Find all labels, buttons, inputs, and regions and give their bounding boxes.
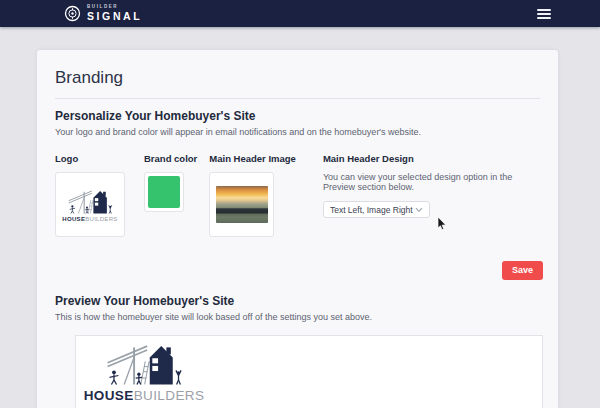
personalize-section: Personalize Your Homebuyer's Site Your l…	[55, 109, 540, 280]
header-design-select[interactable]: Text Left, Image Right	[323, 201, 430, 218]
header-image-box[interactable]	[209, 172, 274, 237]
logo-field-label: Logo	[55, 153, 125, 164]
header-image-field: Main Header Image	[209, 153, 296, 237]
brand-color-field: Brand color	[144, 153, 197, 237]
content-panel: Branding Personalize Your Homebuyer's Si…	[37, 50, 558, 408]
preview-heading: Preview Your Homebuyer's Site	[55, 294, 540, 308]
preview-site-logo: HOUSEBUILDERS	[89, 341, 199, 403]
brand-color-value	[148, 176, 180, 208]
brand-logo[interactable]: BUILDER SIGNAL	[64, 5, 142, 22]
house-builders-logo-icon	[105, 341, 183, 387]
logo-wordmark: HOUSEBUILDERS	[62, 216, 117, 222]
selected-option-label: Text Left, Image Right	[330, 205, 413, 215]
personalize-description: Your logo and brand color will appear in…	[55, 127, 540, 137]
header-image-label: Main Header Image	[209, 153, 296, 164]
preview-section: Preview Your Homebuyer's Site This is ho…	[55, 294, 540, 408]
brand-name: SIGNAL	[87, 11, 142, 22]
header-design-label: Main Header Design	[323, 153, 540, 164]
house-builders-logo-icon	[67, 188, 113, 215]
branding-form-row: Logo HOUSEBUILDERS Brand color Main Head…	[55, 153, 540, 237]
logo-field: Logo HOUSEBUILDERS	[55, 153, 125, 237]
save-row: Save	[55, 261, 543, 280]
preview-description: This is how the homebuyer site will look…	[55, 312, 540, 322]
header-design-help: You can view your selected design option…	[323, 172, 540, 192]
menu-button[interactable]	[534, 6, 554, 22]
top-navbar: BUILDER SIGNAL	[0, 0, 600, 27]
header-design-field: Main Header Design You can view your sel…	[323, 153, 540, 237]
preview-site-wordmark: HOUSEBUILDERS	[84, 388, 205, 403]
chevron-down-icon	[415, 207, 423, 213]
brand-color-label: Brand color	[144, 153, 197, 164]
brand-top-label: BUILDER	[87, 5, 142, 10]
brand-color-swatch[interactable]	[144, 172, 184, 212]
logo-upload-box[interactable]: HOUSEBUILDERS	[55, 172, 125, 237]
hamburger-icon	[537, 9, 551, 11]
preview-site-card: HOUSEBUILDERS	[75, 335, 543, 408]
header-image-thumbnail	[216, 186, 268, 223]
personalize-heading: Personalize Your Homebuyer's Site	[55, 109, 540, 123]
divider	[55, 98, 540, 99]
page-title: Branding	[55, 68, 540, 88]
signal-emblem-icon	[64, 5, 81, 22]
save-button[interactable]: Save	[502, 261, 543, 280]
